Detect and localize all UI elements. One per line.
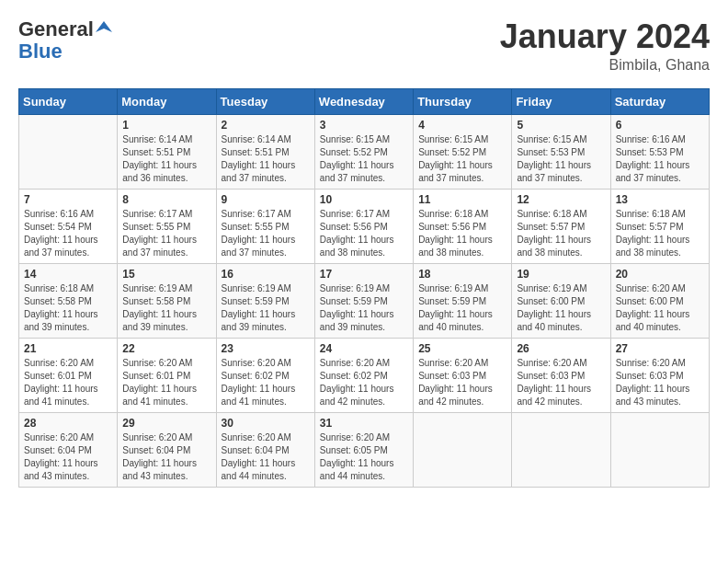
table-row: 20Sunrise: 6:20 AMSunset: 6:00 PMDayligh… (610, 263, 709, 338)
table-row: 7Sunrise: 6:16 AMSunset: 5:54 PMDaylight… (19, 189, 118, 263)
table-row: 16Sunrise: 6:19 AMSunset: 5:59 PMDayligh… (216, 263, 314, 338)
table-row: 24Sunrise: 6:20 AMSunset: 6:02 PMDayligh… (314, 338, 413, 412)
table-row: 28Sunrise: 6:20 AMSunset: 6:04 PMDayligh… (19, 412, 118, 487)
logo: General Blue (18, 18, 112, 63)
col-saturday: Saturday (610, 88, 709, 114)
table-row: 25Sunrise: 6:20 AMSunset: 6:03 PMDayligh… (414, 338, 512, 412)
table-row: 15Sunrise: 6:19 AMSunset: 5:58 PMDayligh… (118, 263, 216, 338)
table-row (414, 412, 512, 487)
calendar-header: Sunday Monday Tuesday Wednesday Thursday… (19, 88, 710, 114)
table-row: 30Sunrise: 6:20 AMSunset: 6:04 PMDayligh… (216, 412, 314, 487)
table-row: 27Sunrise: 6:20 AMSunset: 6:03 PMDayligh… (610, 338, 709, 412)
page-header: General Blue January 2024 Bimbila, Ghana (18, 18, 710, 74)
logo-blue-text: Blue (18, 40, 63, 63)
title-block: January 2024 Bimbila, Ghana (500, 18, 710, 74)
table-row: 8Sunrise: 6:17 AMSunset: 5:55 PMDaylight… (118, 189, 216, 263)
svg-marker-0 (96, 21, 112, 32)
table-row: 10Sunrise: 6:17 AMSunset: 5:56 PMDayligh… (314, 189, 413, 263)
table-row: 9Sunrise: 6:17 AMSunset: 5:55 PMDaylight… (216, 189, 314, 263)
calendar-title: January 2024 (500, 18, 710, 55)
col-tuesday: Tuesday (216, 88, 314, 114)
table-row: 6Sunrise: 6:16 AMSunset: 5:53 PMDaylight… (610, 114, 709, 189)
logo-bird-icon (96, 19, 112, 36)
table-row: 21Sunrise: 6:20 AMSunset: 6:01 PMDayligh… (19, 338, 118, 412)
col-monday: Monday (118, 88, 216, 114)
table-row (610, 412, 709, 487)
table-row: 2Sunrise: 6:14 AMSunset: 5:51 PMDaylight… (216, 114, 314, 189)
table-row: 18Sunrise: 6:19 AMSunset: 5:59 PMDayligh… (414, 263, 512, 338)
col-thursday: Thursday (414, 88, 512, 114)
col-sunday: Sunday (19, 88, 118, 114)
table-row: 29Sunrise: 6:20 AMSunset: 6:04 PMDayligh… (118, 412, 216, 487)
logo-general-text: General (18, 18, 94, 40)
calendar-body: 1Sunrise: 6:14 AMSunset: 5:51 PMDaylight… (19, 114, 710, 487)
col-friday: Friday (512, 88, 610, 114)
calendar-table: Sunday Monday Tuesday Wednesday Thursday… (18, 88, 710, 488)
table-row: 22Sunrise: 6:20 AMSunset: 6:01 PMDayligh… (118, 338, 216, 412)
table-row (512, 412, 610, 487)
table-row (19, 114, 118, 189)
col-wednesday: Wednesday (314, 88, 413, 114)
table-row: 19Sunrise: 6:19 AMSunset: 6:00 PMDayligh… (512, 263, 610, 338)
table-row: 14Sunrise: 6:18 AMSunset: 5:58 PMDayligh… (19, 263, 118, 338)
table-row: 13Sunrise: 6:18 AMSunset: 5:57 PMDayligh… (610, 189, 709, 263)
table-row: 26Sunrise: 6:20 AMSunset: 6:03 PMDayligh… (512, 338, 610, 412)
table-row: 12Sunrise: 6:18 AMSunset: 5:57 PMDayligh… (512, 189, 610, 263)
calendar-location: Bimbila, Ghana (500, 57, 710, 74)
table-row: 1Sunrise: 6:14 AMSunset: 5:51 PMDaylight… (118, 114, 216, 189)
table-row: 23Sunrise: 6:20 AMSunset: 6:02 PMDayligh… (216, 338, 314, 412)
table-row: 11Sunrise: 6:18 AMSunset: 5:56 PMDayligh… (414, 189, 512, 263)
table-row: 4Sunrise: 6:15 AMSunset: 5:52 PMDaylight… (414, 114, 512, 189)
table-row: 3Sunrise: 6:15 AMSunset: 5:52 PMDaylight… (314, 114, 413, 189)
table-row: 5Sunrise: 6:15 AMSunset: 5:53 PMDaylight… (512, 114, 610, 189)
table-row: 31Sunrise: 6:20 AMSunset: 6:05 PMDayligh… (314, 412, 413, 487)
table-row: 17Sunrise: 6:19 AMSunset: 5:59 PMDayligh… (314, 263, 413, 338)
